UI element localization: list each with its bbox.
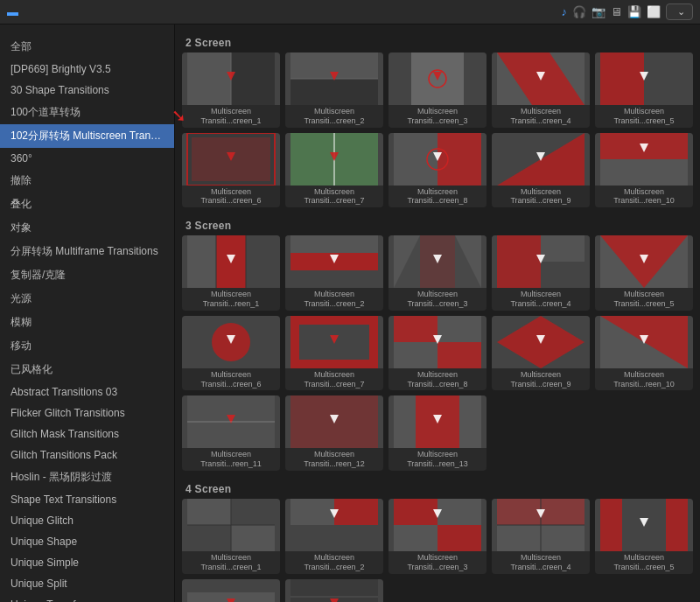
sidebar-item-8[interactable]: 对象 (0, 216, 174, 240)
card-2-4[interactable]: Multiscreen Transiti...creen_5 (595, 499, 693, 574)
sidebar-item-18[interactable]: Glitch Transitions Pack (0, 444, 174, 466)
sidebar-item-10[interactable]: 复制器/克隆 (0, 263, 174, 287)
card-1-10[interactable]: Multiscreen Transiti...reen_11 (182, 396, 280, 471)
card-1-5[interactable]: Multiscreen Transiti...creen_6 (182, 316, 280, 391)
card-1-0[interactable]: Multiscreen Transiti...reen_1 (182, 235, 280, 311)
save-icon[interactable]: 💾 (627, 5, 641, 18)
sidebar-item-9[interactable]: 分屏转场 Multiframe Transitions (0, 240, 174, 263)
card-label-2-1: Multiscreen Transiti...creen_2 (285, 551, 383, 574)
card-thumb-0-3 (492, 52, 590, 105)
sidebar-item-16[interactable]: Flicker Glitch Transitions (0, 402, 174, 424)
svg-rect-41 (290, 235, 378, 253)
sidebar-item-1[interactable]: [DP669] Brightly V3.5 (0, 59, 174, 80)
card-1-4[interactable]: Multiscreen Transiti...creen_5 (595, 235, 693, 311)
card-0-9[interactable]: Multiscreen Transiti...reen_10 (595, 133, 693, 208)
sidebar-item-17[interactable]: Glitch Mask Transitions (0, 424, 174, 444)
sidebar-item-21[interactable]: Unique Glitch (0, 510, 174, 531)
card-thumb-1-8 (492, 316, 590, 368)
card-2-2[interactable]: Multiscreen Transiti...creen_3 (388, 499, 486, 574)
card-thumb-1-0 (182, 235, 280, 288)
sidebar-item-22[interactable]: Unique Shape (0, 531, 174, 552)
card-0-8[interactable]: Multiscreen Transiti...creen_9 (492, 133, 590, 208)
sidebar-item-11[interactable]: 光源 (0, 287, 174, 311)
card-2-5[interactable]: Multiscreen Transiti...creen_6 (182, 579, 280, 602)
card-2-1[interactable]: Multiscreen Transiti...creen_2 (285, 499, 383, 574)
export-icon[interactable]: ⬜ (647, 5, 661, 18)
sidebar-item-24[interactable]: Unique Split (0, 573, 174, 594)
card-2-3[interactable]: Multiscreen Transiti...creen_4 (492, 499, 590, 574)
card-thumb-0-8 (492, 133, 590, 186)
card-label-0-0: Multiscreen Transiti...creen_1 (182, 105, 280, 128)
sidebar-item-20[interactable]: Shape Text Transitions (0, 489, 174, 510)
card-thumb-1-2 (388, 235, 486, 288)
installed-transitions-button[interactable]: ⌄ (666, 4, 693, 20)
sidebar-item-4[interactable]: 102分屏转场 Multiscreen Transi... (0, 124, 174, 148)
card-label-1-3: Multiscreen Transiti...creen_4 (492, 288, 590, 311)
sidebar-item-0[interactable]: 全部 (0, 35, 174, 59)
svg-rect-35 (187, 235, 216, 288)
card-thumb-2-3 (492, 499, 590, 551)
headphones-icon[interactable]: 🎧 (572, 5, 586, 18)
sidebar-item-23[interactable]: Unique Simple (0, 552, 174, 573)
sidebar-item-13[interactable]: 移动 (0, 334, 174, 358)
sidebar-items-list: 全部[DP669] Brightly V3.530 Shape Transiti… (0, 35, 174, 602)
card-0-6[interactable]: Multiscreen Transiti...creen_7 (285, 133, 383, 208)
sidebar-item-3[interactable]: 100个道草转场 (0, 101, 174, 124)
sidebar-item-19[interactable]: Hoslin - 黑场阴影过渡 (0, 466, 174, 489)
card-label-1-11: Multiscreen Transiti...reen_12 (285, 448, 383, 471)
svg-rect-85 (231, 525, 275, 551)
section-header-0: 2 Screen (182, 32, 693, 52)
card-0-5[interactable]: Multiscreen Transiti...creen_6 (182, 133, 280, 208)
chevron-down-icon: ⌄ (677, 6, 685, 18)
card-0-7[interactable]: Multiscreen Transiti...creen_8 (388, 133, 486, 208)
card-2-6[interactable]: Multiscreen Transiti...creen_7 (285, 579, 383, 602)
svg-rect-103 (600, 499, 622, 551)
card-0-3[interactable]: Multiscreen Transiti...creen_4 (492, 52, 590, 128)
card-thumb-0-0 (182, 52, 280, 105)
sidebar-item-12[interactable]: 模糊 (0, 311, 174, 334)
sidebar-item-25[interactable]: Unique Transform (0, 594, 174, 602)
card-thumb-1-10 (182, 396, 280, 448)
sidebar-item-14[interactable]: 已风格化 (0, 358, 174, 382)
toolbar-left: ▬ (7, 5, 25, 18)
card-0-0[interactable]: Multiscreen Transiti...creen_1 (182, 52, 280, 128)
svg-rect-84 (187, 525, 231, 551)
card-1-2[interactable]: Multiscreen Transiti...creen_3 (388, 235, 486, 311)
grid-0: Multiscreen Transiti...creen_1 Multiscre… (182, 52, 693, 207)
sidebar-item-7[interactable]: 叠化 (0, 192, 174, 216)
monitor-icon[interactable]: 🖥 (611, 5, 622, 18)
sidebar-item-2[interactable]: 30 Shape Transitions (0, 80, 174, 101)
main-container: 全部[DP669] Brightly V3.530 Shape Transiti… (0, 24, 700, 602)
card-1-12[interactable]: Multiscreen Transiti...reen_13 (388, 396, 486, 471)
card-label-1-12: Multiscreen Transiti...reen_13 (388, 448, 486, 471)
card-thumb-1-5 (182, 316, 280, 368)
audio-icon[interactable]: ♪ (562, 5, 568, 18)
card-1-8[interactable]: Multiscreen Transiti...creen_9 (492, 316, 590, 391)
grid-2: Multiscreen Transiti...creen_1 Multiscre… (182, 499, 693, 602)
card-1-9[interactable]: Multiscreen Transiti...reen_10 (595, 316, 693, 391)
card-thumb-0-2 (388, 52, 486, 105)
card-0-4[interactable]: Multiscreen Transiti...creen_5 (595, 52, 693, 128)
card-1-11[interactable]: Multiscreen Transiti...reen_12 (285, 396, 383, 471)
sidebar-header (0, 24, 174, 35)
card-1-6[interactable]: Multiscreen Transiti...creen_7 (285, 316, 383, 391)
card-1-3[interactable]: Multiscreen Transiti...creen_4 (492, 235, 590, 311)
svg-rect-1 (231, 52, 275, 105)
card-1-1[interactable]: Multiscreen Transiti...creen_2 (285, 235, 383, 311)
card-0-1[interactable]: Multiscreen Transiti...creen_2 (285, 52, 383, 128)
camera-icon[interactable]: 📷 (592, 5, 606, 18)
card-thumb-0-9 (595, 133, 693, 186)
waveform-icon: ▬ (7, 5, 18, 18)
card-label-0-1: Multiscreen Transiti...creen_2 (285, 105, 383, 128)
sidebar-item-6[interactable]: 撤除 (0, 169, 174, 192)
card-1-7[interactable]: Multiscreen Transiti...creen_8 (388, 316, 486, 391)
card-thumb-2-6 (285, 579, 383, 602)
card-0-2[interactable]: Multiscreen Transiti...creen_3 (388, 52, 486, 128)
section-header-1: 3 Screen (182, 214, 693, 235)
sidebar: 全部[DP669] Brightly V3.530 Shape Transiti… (0, 24, 175, 602)
sidebar-item-15[interactable]: Abstract Transitions 03 (0, 382, 174, 402)
sidebar-item-5[interactable]: 360° (0, 148, 174, 169)
card-2-0[interactable]: Multiscreen Transiti...creen_1 (182, 499, 280, 574)
toolbar: ▬ ♪ 🎧 📷 🖥 💾 ⬜ ⌄ (0, 0, 700, 24)
card-thumb-1-7 (388, 316, 486, 368)
